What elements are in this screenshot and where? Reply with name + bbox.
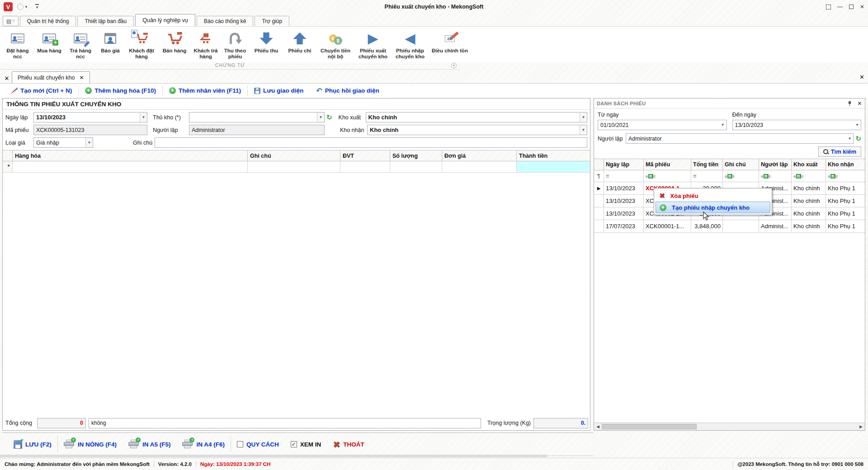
dock-title: DANH SÁCH PHIẾU: [597, 101, 646, 106]
save-button[interactable]: LƯU (F2): [8, 440, 57, 449]
chevron-down-icon[interactable]: ▼: [580, 125, 587, 135]
search-button[interactable]: Tìm kiếm: [818, 146, 861, 157]
chevron-down-icon[interactable]: ▼: [719, 120, 726, 130]
tool-khach-tra-hang[interactable]: Khách trả hàng: [191, 28, 221, 60]
ribbon-toolbar: Đặt hàng ncc + Mua hàng Trả hàng ncc Báo…: [0, 26, 868, 62]
close-tab-icon[interactable]: ✕: [79, 75, 84, 81]
equals-filter-icon[interactable]: =: [693, 173, 697, 179]
tool-phieu-thu[interactable]: Phiếu thu: [250, 28, 283, 54]
auto-filter-row[interactable]: = aBc = aBc aBc aBc aBc: [594, 170, 865, 182]
save-layout-button[interactable]: Lưu giao diện: [248, 87, 310, 94]
tool-chuyen-tien-noi-bo[interactable]: €$ Chuyển tiền nội bộ: [316, 28, 354, 60]
checkbox-checked-icon[interactable]: ✓: [291, 441, 297, 447]
tool-ban-hang[interactable]: Bán hàng: [158, 28, 191, 54]
tool-bao-gia[interactable]: Báo giá: [96, 28, 125, 54]
tool-phieu-chi[interactable]: Phiếu chi: [283, 28, 316, 54]
col-ngay-lap[interactable]: Ngày lập: [604, 159, 644, 170]
col-kho-xuat[interactable]: Kho xuất: [792, 159, 826, 170]
close-panel-icon[interactable]: ✕: [859, 74, 864, 80]
document-tab[interactable]: Phiếu xuất chuyển kho ✕: [12, 71, 90, 83]
pin-icon[interactable]: [848, 101, 852, 106]
context-menu: ✖ Xóa phiếu + Tạo phiếu nhập chuyển kho: [654, 188, 772, 215]
add-staff-button[interactable]: +Thêm nhân viên (F11): [163, 87, 247, 94]
loai-gia-field[interactable]: Giá nhập▼: [33, 137, 93, 148]
print-a5-button[interactable]: ?IN A5 (F5): [123, 440, 177, 449]
quy-cach-checkbox[interactable]: QUY CÁCH: [231, 441, 285, 448]
refresh-icon[interactable]: ↻: [855, 135, 861, 143]
tool-phieu-xuat-chuyen-kho[interactable]: ▶ Phiếu xuất chuyển kho: [354, 28, 392, 60]
col-so-luong[interactable]: Số lượng: [390, 150, 442, 161]
print-hot-button[interactable]: ?IN NÓNG (F4): [58, 440, 123, 449]
tool-tra-hang-ncc[interactable]: Trả hàng ncc: [65, 28, 96, 60]
create-new-button[interactable]: Tạo mới (Ctrl + N): [5, 87, 78, 94]
ghi-chu-field[interactable]: [155, 137, 587, 148]
tool-khach-dat-hang[interactable]: Khách đặt hàng: [125, 28, 158, 60]
col-kho-nhan[interactable]: Kho nhận: [826, 159, 865, 170]
thanh-tien-focus-cell[interactable]: [517, 161, 590, 172]
equals-filter-icon[interactable]: =: [606, 173, 609, 179]
den-ngay-field[interactable]: 13/10/2023▼: [732, 120, 862, 130]
tab-thiet-lap-ban-dau[interactable]: Thiết lập ban đầu: [77, 16, 134, 26]
chevron-down-icon[interactable]: ▼: [317, 113, 324, 122]
chevron-down-icon[interactable]: ▼: [846, 134, 853, 143]
tool-dieu-chinh-ton[interactable]: ab Điều chỉnh tồn: [429, 28, 471, 54]
print-a4-button[interactable]: ?IN A4 (F6): [176, 440, 231, 449]
abc-filter-icon[interactable]: aBc: [646, 174, 656, 179]
voucher-row-4[interactable]: 17/07/2023 XCK00001-1... 3,848,000 Admin…: [594, 220, 865, 233]
restore-layout-button[interactable]: ↶Phục hồi giao diện: [310, 87, 385, 94]
col-ghi-chu[interactable]: Ghi chú: [723, 159, 759, 170]
col-tong-tien[interactable]: Tổng tiền: [691, 159, 723, 170]
chevron-down-icon[interactable]: ▼: [580, 113, 587, 122]
col-don-gia[interactable]: Đơn giá: [442, 150, 517, 161]
col-nguoi-lap[interactable]: Người lập: [759, 159, 792, 170]
scroll-left-icon[interactable]: ◀: [594, 424, 602, 429]
tab-tro-giup[interactable]: Trợ giúp: [255, 16, 289, 26]
close-icon[interactable]: ✕: [860, 4, 864, 9]
col-ghi-chu[interactable]: Ghi chú: [248, 150, 340, 161]
checkbox-unchecked-icon[interactable]: [237, 441, 243, 447]
maximize-icon[interactable]: [849, 5, 854, 9]
add-item-button[interactable]: +Thêm hàng hóa (F10): [79, 87, 162, 94]
abc-filter-icon[interactable]: aBc: [793, 174, 804, 179]
tool-mua-hang[interactable]: + Mua hàng: [33, 28, 65, 54]
thu-kho-field[interactable]: ▼: [189, 112, 325, 122]
title-bar: V ▼ ▼ Phiếu xuất chuyển kho - MekongSoft…: [0, 0, 868, 14]
horizontal-scrollbar[interactable]: ◀ ▶: [594, 423, 865, 430]
col-thanh-tien[interactable]: Thành tiền: [517, 150, 590, 161]
exit-button[interactable]: ✖THOÁT: [327, 439, 370, 450]
kho-xuat-field[interactable]: Kho chính▼: [366, 112, 587, 122]
tab-bao-cao-thong-ke[interactable]: Báo cáo thống kê: [197, 16, 253, 26]
tab-quan-ly-nghiep-vu[interactable]: Quản lý nghiệp vụ: [135, 14, 195, 26]
tool-thu-theo-phieu[interactable]: Thu theo phiếu: [221, 28, 250, 60]
abc-filter-icon[interactable]: aBc: [761, 174, 771, 179]
col-dvt[interactable]: ĐVT: [340, 150, 390, 161]
scrollbar-thumb[interactable]: [602, 424, 697, 429]
chevron-down-icon[interactable]: ▼: [854, 120, 861, 130]
tu-ngay-field[interactable]: 01/10/2021▼: [598, 120, 727, 130]
fullscreen-icon[interactable]: [826, 5, 831, 9]
dock-nguoi-lap-field[interactable]: Administrator▼: [626, 133, 854, 144]
close-icon[interactable]: ✕: [858, 100, 862, 107]
col-ma-phieu[interactable]: Mã phiếu: [644, 159, 691, 170]
chevron-down-icon[interactable]: ▼: [140, 113, 147, 122]
ngay-lap-field[interactable]: 13/10/2023▼: [33, 112, 147, 122]
close-all-tabs-icon[interactable]: ✕: [2, 73, 12, 83]
refresh-icon[interactable]: ↻: [326, 113, 332, 122]
tab-quan-tri-he-thong[interactable]: Quản trị hệ thống: [20, 16, 76, 26]
menu-item-delete-voucher[interactable]: ✖ Xóa phiếu: [656, 190, 770, 202]
menu-item-create-import-voucher[interactable]: + Tạo phiếu nhập chuyển kho: [656, 202, 770, 213]
chevron-down-icon[interactable]: ▼: [85, 138, 93, 147]
abc-filter-icon[interactable]: aBc: [828, 174, 838, 179]
items-grid-new-row[interactable]: *: [3, 161, 590, 173]
tool-dat-hang-ncc[interactable]: Đặt hàng ncc: [2, 28, 33, 60]
col-hang-hoa[interactable]: Hàng hóa: [13, 150, 248, 161]
tool-phieu-nhap-chuyen-kho[interactable]: ◀ Phiếu nhập chuyển kho: [392, 28, 429, 60]
group-options-icon[interactable]: ▾: [451, 63, 457, 68]
kho-nhan-field[interactable]: Kho chính▼: [367, 125, 587, 135]
abc-filter-icon[interactable]: aBc: [725, 174, 735, 179]
scroll-right-icon[interactable]: ▶: [857, 424, 865, 429]
ribbon-app-button[interactable]: ▤▽: [3, 16, 19, 26]
minimize-icon[interactable]: —: [837, 4, 843, 9]
xem-in-checkbox[interactable]: ✓XEM IN: [285, 441, 327, 448]
down-arrow-icon: [259, 32, 274, 45]
